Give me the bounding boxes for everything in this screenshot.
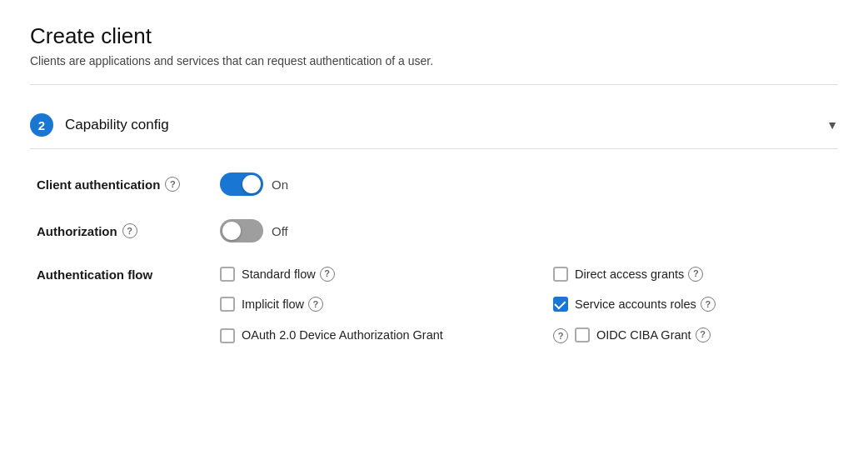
implicit-flow-text: Implicit flow ? xyxy=(242,296,323,312)
client-auth-control: On xyxy=(220,172,288,196)
client-auth-toggle-label: On xyxy=(272,178,288,192)
oidc-ciba-label: OIDC CIBA Grant xyxy=(596,327,691,343)
oauth-device-checkbox[interactable] xyxy=(220,328,235,343)
top-divider xyxy=(30,84,838,85)
client-auth-label: Client authentication ? xyxy=(37,177,220,192)
section-title: Capability config xyxy=(65,117,169,133)
authorization-help-icon[interactable]: ? xyxy=(122,223,137,238)
standard-flow-help-icon[interactable]: ? xyxy=(320,267,335,282)
service-accounts-label: Service accounts roles xyxy=(575,296,696,312)
step-badge: 2 xyxy=(30,113,53,137)
oidc-ciba-outer: ? OIDC CIBA Grant ? xyxy=(553,327,716,343)
authorization-row: Authorization ? Off xyxy=(37,219,838,242)
auth-flow-grid: Standard flow ? Direct access grants ? xyxy=(220,266,716,343)
standard-flow-item: Standard flow ? xyxy=(220,266,536,282)
oidc-ciba-checkbox[interactable] xyxy=(575,328,590,342)
section-header-left: 2 Capability config xyxy=(30,113,169,137)
service-accounts-item: Service accounts roles ? xyxy=(553,296,716,312)
authorization-control: Off xyxy=(220,219,288,242)
section-divider xyxy=(30,148,838,149)
page-title: Create client xyxy=(30,23,838,49)
direct-access-label: Direct access grants xyxy=(575,266,684,282)
direct-access-help-icon[interactable]: ? xyxy=(688,267,703,282)
page-subtitle: Clients are applications and services th… xyxy=(30,54,838,68)
oidc-ciba-help-icon[interactable]: ? xyxy=(696,328,711,342)
implicit-flow-help-icon[interactable]: ? xyxy=(308,297,323,312)
oidc-ciba-item: OIDC CIBA Grant ? xyxy=(575,327,711,343)
page-container: Create client Clients are applications a… xyxy=(0,0,868,375)
service-accounts-text: Service accounts roles ? xyxy=(575,296,716,312)
implicit-flow-checkbox[interactable] xyxy=(220,297,235,312)
oauth-device-item: OAuth 2.0 Device Authorization Grant xyxy=(220,327,536,343)
authorization-toggle[interactable] xyxy=(220,219,263,242)
standard-flow-label: Standard flow xyxy=(242,266,316,282)
service-accounts-checkbox[interactable] xyxy=(553,297,568,312)
auth-flow-row: Authentication flow Standard flow ? Dire… xyxy=(37,266,838,343)
direct-access-text: Direct access grants ? xyxy=(575,266,703,282)
direct-access-item: Direct access grants ? xyxy=(553,266,716,282)
implicit-flow-label: Implicit flow xyxy=(242,296,304,312)
authorization-toggle-label: Off xyxy=(272,224,288,238)
service-accounts-help-icon[interactable]: ? xyxy=(701,297,716,312)
oauth-device-label: OAuth 2.0 Device Authorization Grant xyxy=(242,327,443,343)
direct-access-checkbox[interactable] xyxy=(553,267,568,282)
standard-flow-checkbox[interactable] xyxy=(220,267,235,282)
implicit-flow-item: Implicit flow ? xyxy=(220,296,536,312)
client-auth-row: Client authentication ? On xyxy=(37,172,838,196)
authorization-toggle-knob xyxy=(222,222,241,240)
client-auth-toggle-knob xyxy=(242,175,261,193)
auth-flow-label: Authentication flow xyxy=(37,266,220,282)
oidc-ciba-question-icon[interactable]: ? xyxy=(553,328,568,343)
section-header[interactable]: 2 Capability config ▼ xyxy=(30,102,838,148)
standard-flow-text: Standard flow ? xyxy=(242,266,335,282)
oidc-ciba-text: OIDC CIBA Grant ? xyxy=(596,327,711,343)
oauth-device-text: OAuth 2.0 Device Authorization Grant xyxy=(242,327,443,343)
fields-container: Client authentication ? On Authorization… xyxy=(30,172,838,343)
chevron-down-icon: ▼ xyxy=(826,118,838,132)
authorization-label: Authorization ? xyxy=(37,223,220,238)
client-auth-help-icon[interactable]: ? xyxy=(165,177,180,192)
client-auth-toggle[interactable] xyxy=(220,172,263,196)
